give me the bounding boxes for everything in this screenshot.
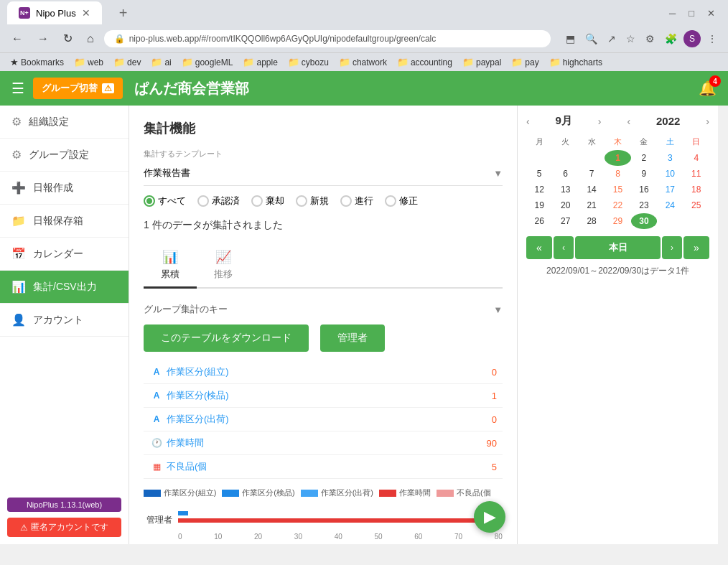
minimize-button[interactable]: ─ [663, 5, 681, 22]
fab-button[interactable]: ▶ [474, 501, 505, 533]
cal-next-next-button[interactable]: » [683, 236, 709, 259]
bookmark-chatwork[interactable]: 📁chatwork [336, 55, 390, 69]
scrollbar[interactable] [718, 106, 728, 544]
tab-trend[interactable]: 📈 推移 [197, 243, 250, 287]
cal-day-9[interactable]: 9 [631, 166, 657, 182]
download-button[interactable]: このテーブルをダウンロード [144, 324, 309, 352]
group-switch-button[interactable]: グループ切替 ⚠ [33, 78, 123, 99]
cal-day-7[interactable]: 7 [579, 166, 605, 182]
cal-day-30[interactable]: 30 [631, 213, 657, 229]
url-bar[interactable]: 🔒 nipo-plus.web.app/#/room/tIKQQOll6wp6A… [104, 30, 551, 47]
cal-day-2[interactable]: 2 [631, 150, 657, 166]
tab-close-btn[interactable]: ✕ [82, 7, 90, 19]
bookmark-ai[interactable]: 📁ai [148, 55, 174, 69]
sidebar-item-calendar[interactable]: 📅 カレンダー [0, 238, 129, 271]
notification-button[interactable]: 🔔 4 [699, 80, 717, 97]
bookmark-cybozu[interactable]: 📁cybozu [285, 55, 332, 69]
sidebar-item-report-box[interactable]: 📁 日報保存箱 [0, 205, 129, 238]
cal-day-24[interactable]: 24 [657, 197, 683, 213]
field-link-0[interactable]: 作業区分(組立) [167, 366, 229, 377]
cal-day-28[interactable]: 28 [579, 213, 605, 229]
cal-prev-year-btn[interactable]: ‹ [627, 116, 630, 127]
sidebar-item-create-report[interactable]: ➕ 日報作成 [0, 172, 129, 205]
cal-day-27[interactable]: 27 [552, 213, 578, 229]
cal-day-17[interactable]: 17 [657, 182, 683, 197]
cal-day-10[interactable]: 10 [657, 166, 683, 182]
new-tab-button[interactable]: + [113, 2, 134, 24]
cal-day-6[interactable]: 6 [552, 166, 578, 182]
back-button[interactable]: ← [7, 29, 27, 48]
bookmark-paypal[interactable]: 📁paypal [459, 55, 504, 69]
profile-button[interactable]: S [683, 30, 701, 47]
cal-day-8[interactable]: 8 [605, 166, 630, 182]
cal-today-button[interactable]: 本日 [575, 236, 661, 259]
cal-day-25[interactable]: 25 [683, 197, 709, 213]
cal-day-20[interactable]: 20 [552, 197, 578, 213]
sidebar-item-aggregate[interactable]: 📊 集計/CSV出力 [0, 271, 129, 304]
bookmark-pay[interactable]: 📁pay [508, 55, 541, 69]
cal-day-15[interactable]: 15 [605, 182, 630, 197]
cal-day-4[interactable]: 4 [683, 150, 709, 166]
cal-day-18[interactable]: 18 [683, 182, 709, 197]
cal-day-3[interactable]: 3 [657, 150, 683, 166]
cal-day-5[interactable]: 5 [526, 166, 552, 182]
bookmark-highcharts[interactable]: 📁highcharts [546, 55, 605, 69]
field-link-3[interactable]: 作業時間 [167, 437, 204, 448]
menu-button[interactable]: ⋮ [704, 30, 721, 47]
cal-next-month-btn[interactable]: › [598, 116, 602, 127]
cal-day-26[interactable]: 26 [526, 213, 552, 229]
cal-prev-button[interactable]: ‹ [554, 236, 574, 259]
hamburger-menu[interactable]: ☰ [11, 80, 24, 97]
cal-day-21[interactable]: 21 [579, 197, 605, 213]
zoom-button[interactable]: 🔍 [582, 30, 601, 47]
sidebar-item-group-settings[interactable]: ⚙ グループ設定 [0, 139, 129, 172]
cal-next-button[interactable]: › [662, 236, 682, 259]
manager-button[interactable]: 管理者 [320, 324, 385, 352]
extensions-button[interactable]: 🧩 [661, 30, 681, 47]
radio-approved[interactable]: 承認済 [197, 195, 240, 207]
cal-prev-month-btn[interactable]: ‹ [526, 116, 530, 127]
bookmark-dev[interactable]: 📁dev [111, 55, 144, 69]
sidebar-item-account[interactable]: 👤 アカウント [0, 304, 129, 337]
field-link-1[interactable]: 作業区分(検品) [167, 390, 229, 401]
cal-day-23[interactable]: 23 [631, 197, 657, 213]
cal-prev-prev-button[interactable]: « [526, 236, 552, 259]
share-button[interactable]: ↗ [604, 30, 620, 47]
bookmark-web[interactable]: 📁web [71, 55, 106, 69]
radio-edit[interactable]: 修正 [385, 195, 418, 207]
field-link-2[interactable]: 作業区分(出荷) [167, 414, 229, 424]
maximize-button[interactable]: □ [683, 5, 700, 22]
radio-rejected[interactable]: 棄却 [251, 195, 284, 207]
refresh-button[interactable]: ↻ [59, 29, 77, 48]
cal-next-year-btn[interactable]: › [706, 116, 709, 127]
close-button[interactable]: ✕ [701, 5, 721, 22]
radio-progress[interactable]: 進行 [340, 195, 373, 207]
cal-day-11[interactable]: 11 [683, 166, 709, 182]
x-4: 40 [335, 533, 342, 541]
bookmark-apple[interactable]: 📁apple [240, 55, 280, 69]
sidebar-item-org-settings[interactable]: ⚙ 組織設定 [0, 106, 129, 139]
bookmarks-label[interactable]: ★ Bookmarks [7, 55, 67, 69]
field-link-4[interactable]: 不良品(個 [167, 461, 207, 472]
cal-day-13[interactable]: 13 [552, 182, 578, 197]
tab-icon: N+ [19, 7, 30, 19]
template-select[interactable]: 作業報告書 ▼ [144, 161, 503, 186]
cast-button[interactable]: ⬒ [562, 30, 579, 47]
cal-day-1[interactable]: 1 [605, 150, 630, 166]
cal-day-14[interactable]: 14 [579, 182, 605, 197]
home-button[interactable]: ⌂ [83, 29, 98, 48]
cal-day-19[interactable]: 19 [526, 197, 552, 213]
cal-day-16[interactable]: 16 [631, 182, 657, 197]
bookmark-accounting[interactable]: 📁accounting [394, 55, 455, 69]
browser-tab[interactable]: N+ Nipo Plus ✕ [7, 1, 102, 24]
bookmark-googleml[interactable]: 📁googleML [179, 55, 236, 69]
radio-new[interactable]: 新規 [296, 195, 329, 207]
cal-day-12[interactable]: 12 [526, 182, 552, 197]
radio-all[interactable]: すべて [144, 195, 186, 207]
tab-cumulative[interactable]: 📊 累積 [144, 243, 197, 289]
settings-button[interactable]: ⚙ [642, 30, 658, 47]
cal-day-29[interactable]: 29 [605, 213, 630, 229]
forward-button[interactable]: → [33, 29, 53, 48]
bookmark-button[interactable]: ☆ [622, 30, 639, 47]
cal-day-22[interactable]: 22 [605, 197, 630, 213]
